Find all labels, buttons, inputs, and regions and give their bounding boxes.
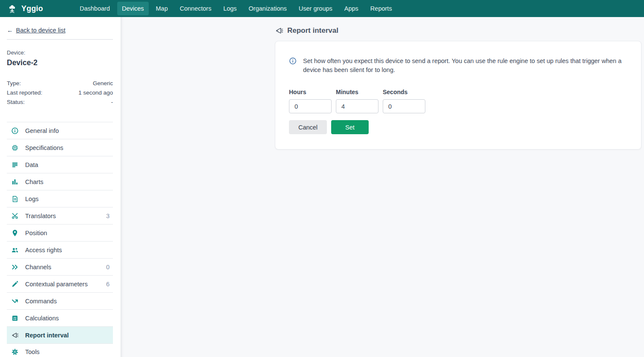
sidebar-item-label: Access rights [25,247,62,253]
hours-input[interactable] [289,99,332,113]
pencil-icon [11,280,19,288]
sidebar-item-logs[interactable]: Logs [7,190,113,207]
command-arrow-icon [11,297,19,305]
people-icon [11,246,19,254]
sidebar-item-label: Commands [25,298,57,305]
sidebar-item-calculations[interactable]: Calculations [7,309,113,326]
sidebar-item-label: General info [25,127,59,134]
sidebar-item-charts[interactable]: Charts [7,173,113,190]
data-lines-icon [11,161,19,169]
sidebar-item-report-interval[interactable]: Report interval [7,326,113,343]
brand-name: Yggio [21,4,43,13]
back-to-device-list[interactable]: ← Back to device list [7,27,113,34]
sidebar-item-access-rights[interactable]: Access rights [7,241,113,258]
item-count: 0 [106,264,110,271]
calculator-icon [11,314,19,322]
sidebar-item-general-info[interactable]: General info [7,122,113,139]
sidebar-item-label: Position [25,230,47,236]
sidebar-item-channels[interactable]: Channels 0 [7,258,113,275]
minutes-field-group: Minutes [336,89,378,113]
sidebar-item-tools[interactable]: Tools [7,343,113,357]
hours-field-group: Hours [289,89,332,113]
top-navbar: Yggio Dashboard Devices Map Connectors L… [0,0,644,17]
nav-item-organizations[interactable]: Organizations [244,2,291,15]
sidebar-item-label: Calculations [25,315,59,322]
detail-value: 1 second ago [78,88,113,98]
scissors-icon [11,212,19,220]
sidebar-item-label: Tools [25,348,40,355]
report-interval-card: Set how often you expect this device to … [275,41,641,150]
device-name: Device-2 [7,58,113,67]
detail-row-last-reported: Last reported: 1 second ago [7,88,113,98]
nav-item-map[interactable]: Map [151,2,173,15]
brand[interactable]: Yggio [7,3,71,14]
nav-item-logs[interactable]: Logs [219,2,241,15]
sidebar-item-translators[interactable]: Translators 3 [7,207,113,224]
nav-item-user-groups[interactable]: User groups [294,2,337,15]
nav-item-apps[interactable]: Apps [340,2,363,15]
document-icon [11,195,19,203]
minutes-label: Minutes [336,89,378,95]
device-label: Device: [7,49,113,56]
divider [7,39,113,40]
back-arrow-icon: ← [7,27,13,34]
nav-item-reports[interactable]: Reports [366,2,397,15]
sidebar-item-label: Contextual parameters [25,281,88,288]
detail-value: Generic [93,79,113,88]
seconds-field-group: Seconds [383,89,425,113]
nav-item-dashboard[interactable]: Dashboard [75,2,115,15]
nav-item-connectors[interactable]: Connectors [175,2,216,15]
info-icon [289,57,297,65]
yggio-tree-logo-icon [7,3,17,14]
sidebar-item-label: Charts [25,178,43,185]
detail-label: Type: [7,79,21,88]
nav-items: Dashboard Devices Map Connectors Logs Or… [75,2,397,15]
set-button[interactable]: Set [331,120,369,134]
sidebar-menu: General info Specifications Data [7,122,113,357]
sidebar-item-label: Translators [25,213,56,219]
sidebar-item-contextual-parameters[interactable]: Contextual parameters 6 [7,275,113,292]
main-panel: Report interval Set how often you expect… [121,17,644,357]
info-icon [11,127,19,135]
back-link[interactable]: Back to device list [16,27,66,34]
page-title-text: Report interval [287,26,338,35]
info-text: Set how often you expect this device to … [303,57,627,75]
sidebar-item-label: Data [25,161,38,168]
sidebar-item-label: Channels [25,264,51,271]
sidebar-item-commands[interactable]: Commands [7,292,113,309]
map-pin-icon [11,229,19,237]
seconds-input[interactable] [383,99,425,113]
device-sidebar: ← Back to device list Device: Device-2 T… [0,17,121,357]
detail-label: Last reported: [7,88,42,98]
info-message: Set how often you expect this device to … [289,57,627,75]
megaphone-icon [275,26,283,35]
device-details: Type: Generic Last reported: 1 second ag… [7,79,113,107]
sidebar-item-label: Specifications [25,144,63,151]
item-count: 6 [106,281,110,288]
sidebar-item-position[interactable]: Position [7,224,113,241]
detail-label: Status: [7,98,25,107]
cancel-button[interactable]: Cancel [289,120,327,134]
hours-label: Hours [289,89,332,95]
item-count: 3 [106,213,110,219]
gear-icon [11,348,19,356]
sidebar-item-label: Logs [25,196,38,202]
seconds-label: Seconds [383,89,425,95]
nav-item-devices[interactable]: Devices [117,2,149,15]
bar-chart-icon [11,178,19,186]
page-title: Report interval [275,26,641,35]
minutes-input[interactable] [336,99,378,113]
megaphone-icon [11,331,19,339]
card-actions: Cancel Set [289,120,627,134]
chip-icon [11,144,19,152]
detail-row-status: Status: - [7,98,113,107]
double-chevron-icon [11,263,19,271]
sidebar-item-specifications[interactable]: Specifications [7,139,113,156]
interval-fields: Hours Minutes Seconds [289,89,627,113]
detail-row-type: Type: Generic [7,79,113,88]
sidebar-item-data[interactable]: Data [7,156,113,173]
sidebar-item-label: Report interval [25,332,69,339]
detail-value: - [111,98,113,107]
